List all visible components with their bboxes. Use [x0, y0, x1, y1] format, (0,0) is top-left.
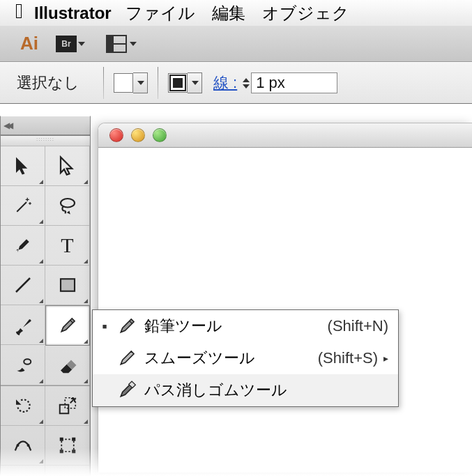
flyout-item-smooth[interactable]: スムーズツール (Shift+S) ▸	[93, 342, 398, 374]
close-window-button[interactable]	[109, 128, 123, 142]
selection-tool[interactable]	[1, 146, 45, 186]
magic-wand-icon	[13, 195, 33, 216]
path-eraser-icon	[116, 380, 137, 401]
stroke-swatch[interactable]	[168, 73, 188, 93]
bridge-caret-icon[interactable]	[78, 42, 85, 46]
control-bar: 選択なし 線 : 1 px	[0, 62, 472, 104]
pencil-tool[interactable]	[45, 305, 90, 346]
svg-rect-4	[59, 405, 68, 414]
divider	[158, 67, 158, 99]
document-window	[98, 123, 472, 472]
collapse-arrows-icon: ◀◀	[3, 121, 10, 130]
illustrator-badge-icon: Ai	[14, 31, 45, 56]
pencil-tool-flyout: ■ 鉛筆ツール (Shift+N) スムーズツール (Shift+S) ▸ パス…	[92, 309, 399, 407]
arrange-documents-icon[interactable]	[106, 35, 127, 53]
eraser-tool[interactable]	[45, 346, 90, 385]
paintbrush-icon	[13, 314, 33, 335]
scale-tool[interactable]	[45, 386, 90, 426]
pen-tool[interactable]	[1, 226, 45, 266]
paintbrush-tool[interactable]	[1, 305, 45, 345]
stroke-dropdown[interactable]	[188, 72, 202, 93]
zoom-window-button[interactable]	[153, 128, 167, 142]
lasso-icon	[57, 195, 78, 216]
minimize-window-button[interactable]	[131, 128, 145, 142]
flyout-item-path-eraser[interactable]: パス消しゴムツール	[93, 374, 398, 406]
direct-selection-tool[interactable]	[45, 146, 90, 186]
direct-selection-icon	[57, 155, 78, 176]
svg-rect-2	[61, 279, 75, 291]
stepper-arrows-icon[interactable]	[243, 78, 250, 89]
window-titlebar[interactable]	[98, 123, 472, 148]
flyout-label: 鉛筆ツール	[144, 316, 323, 337]
blob-brush-icon	[13, 355, 33, 376]
selection-icon	[13, 155, 33, 176]
rectangle-icon	[57, 275, 78, 295]
svg-point-6	[16, 444, 19, 447]
bridge-button[interactable]: Br	[56, 36, 77, 52]
apple-menu-icon[interactable]: 	[15, 1, 23, 22]
arrange-caret-icon[interactable]	[130, 42, 137, 46]
rectangle-tool[interactable]	[45, 266, 90, 305]
svg-line-1	[16, 278, 30, 292]
svg-point-3	[24, 359, 31, 364]
pen-icon	[13, 235, 33, 256]
svg-rect-9	[59, 438, 63, 441]
bridge-label: Br	[61, 39, 70, 49]
menu-object[interactable]: オブジェク	[262, 2, 349, 24]
scale-icon	[57, 395, 78, 416]
flyout-shortcut: (Shift+S)	[318, 349, 378, 367]
blob-brush-tool[interactable]	[1, 346, 45, 385]
line-segment-tool[interactable]	[1, 266, 45, 305]
app-bar: Ai Br	[0, 26, 472, 62]
divider	[103, 67, 104, 99]
flyout-item-pencil[interactable]: ■ 鉛筆ツール (Shift+N)	[93, 310, 398, 342]
current-tool-marker-icon: ■	[100, 322, 109, 330]
menu-edit[interactable]: 編集	[212, 2, 245, 24]
tools-grip-icon[interactable]: ::::::::	[1, 136, 90, 146]
app-name[interactable]: Illustrator	[34, 3, 112, 23]
magic-wand-tool[interactable]	[1, 186, 45, 226]
type-tool[interactable]: T	[45, 226, 90, 266]
svg-rect-10	[72, 438, 75, 441]
fill-swatch[interactable]	[114, 73, 133, 93]
panel-collapse-bar[interactable]: ◀◀	[0, 116, 91, 135]
type-icon: T	[61, 233, 73, 257]
eraser-icon	[57, 355, 78, 376]
pencil-icon	[57, 315, 78, 336]
rotate-tool[interactable]	[1, 386, 45, 426]
selection-status: 選択なし	[17, 72, 79, 93]
svg-point-7	[26, 444, 29, 447]
rotate-icon	[13, 395, 33, 416]
smooth-icon	[116, 348, 137, 369]
mac-menu-bar:  Illustrator ファイル 編集 オブジェク	[0, 0, 472, 26]
pencil-icon	[116, 316, 137, 337]
tools-panel: :::::::: T	[0, 135, 91, 476]
stroke-label[interactable]: 線 :	[213, 72, 237, 93]
flyout-label: パス消しゴムツール	[144, 380, 384, 401]
line-icon	[13, 275, 33, 295]
flyout-shortcut: (Shift+N)	[328, 317, 388, 335]
submenu-indicator-icon: ▸	[383, 353, 388, 364]
fill-dropdown[interactable]	[133, 72, 148, 93]
flyout-label: スムーズツール	[144, 348, 314, 369]
menu-file[interactable]: ファイル	[125, 2, 195, 24]
stroke-width-value[interactable]: 1 px	[251, 72, 337, 93]
lasso-tool[interactable]	[45, 186, 90, 226]
stroke-width-stepper[interactable]: 1 px	[243, 72, 337, 93]
